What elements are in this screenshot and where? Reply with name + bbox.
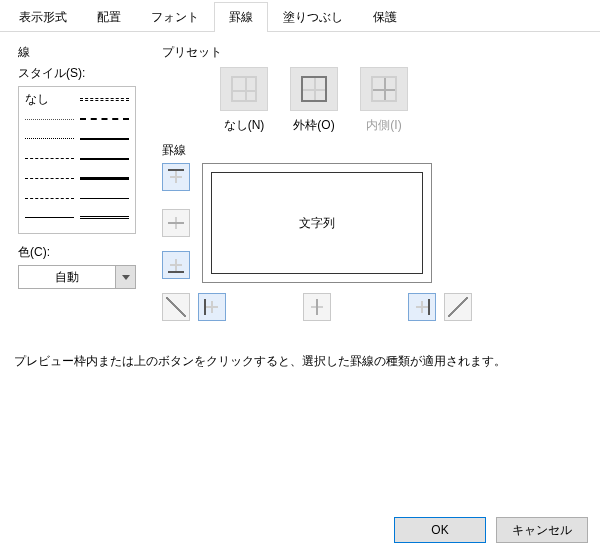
- color-value: 自動: [19, 266, 115, 288]
- border-right-icon: [414, 299, 430, 315]
- style-label: スタイル(S):: [18, 65, 148, 82]
- border-mid-v-icon: [309, 299, 325, 315]
- help-note: プレビュー枠内または上のボタンをクリックすると、選択した罫線の種類が適用されます…: [14, 353, 586, 370]
- line-style-option[interactable]: [80, 111, 129, 128]
- line-style-option[interactable]: [80, 130, 129, 147]
- line-style-picker[interactable]: なし: [18, 86, 136, 234]
- border-top-icon: [168, 169, 184, 185]
- preset-none-label: なし(N): [224, 117, 265, 134]
- ok-button[interactable]: OK: [394, 517, 486, 543]
- border-left-button[interactable]: [198, 293, 226, 321]
- line-style-none[interactable]: なし: [25, 91, 74, 108]
- border-mid-h-button[interactable]: [162, 209, 190, 237]
- line-style-option[interactable]: [80, 150, 129, 167]
- border-preview[interactable]: 文字列: [202, 163, 432, 283]
- preset-section-title: プリセット: [162, 44, 582, 61]
- line-style-option[interactable]: [25, 111, 74, 128]
- cancel-button[interactable]: キャンセル: [496, 517, 588, 543]
- line-style-option[interactable]: [25, 150, 74, 167]
- preset-inside-button[interactable]: [360, 67, 408, 111]
- preset-outline-icon: [301, 76, 327, 102]
- diagonal-down-icon: [448, 297, 468, 317]
- border-mid-h-icon: [168, 215, 184, 231]
- chevron-down-icon[interactable]: [115, 266, 135, 288]
- line-style-option[interactable]: [80, 91, 129, 108]
- line-style-option[interactable]: [80, 209, 129, 226]
- border-bottom-button[interactable]: [162, 251, 190, 279]
- border-right-button[interactable]: [408, 293, 436, 321]
- line-style-option[interactable]: [25, 209, 74, 226]
- preset-none-button[interactable]: [220, 67, 268, 111]
- border-diag-down-button[interactable]: [444, 293, 472, 321]
- tab-protection[interactable]: 保護: [358, 2, 412, 32]
- border-left-icon: [204, 299, 220, 315]
- tab-fill[interactable]: 塗りつぶし: [268, 2, 358, 32]
- border-top-button[interactable]: [162, 163, 190, 191]
- color-select[interactable]: 自動: [18, 265, 136, 289]
- preset-inside-label: 内側(I): [366, 117, 401, 134]
- border-mid-v-button[interactable]: [303, 293, 331, 321]
- tab-alignment[interactable]: 配置: [82, 2, 136, 32]
- diagonal-up-icon: [166, 297, 186, 317]
- preset-none-icon: [231, 76, 257, 102]
- tab-border[interactable]: 罫線: [214, 2, 268, 32]
- line-section-title: 線: [18, 44, 148, 61]
- line-style-option[interactable]: [25, 170, 74, 187]
- line-style-option[interactable]: [80, 170, 129, 187]
- preset-inside-icon: [371, 76, 397, 102]
- preset-outline-label: 外枠(O): [293, 117, 334, 134]
- tab-font[interactable]: フォント: [136, 2, 214, 32]
- line-style-option[interactable]: [80, 190, 129, 207]
- color-label: 色(C):: [18, 244, 148, 261]
- border-diag-up-button[interactable]: [162, 293, 190, 321]
- line-style-option[interactable]: [25, 190, 74, 207]
- border-section-title: 罫線: [162, 142, 582, 159]
- tab-display[interactable]: 表示形式: [4, 2, 82, 32]
- preview-text: 文字列: [299, 215, 335, 232]
- tab-bar: 表示形式 配置 フォント 罫線 塗りつぶし 保護: [0, 0, 600, 32]
- preset-outline-button[interactable]: [290, 67, 338, 111]
- line-style-option[interactable]: [25, 130, 74, 147]
- border-bottom-icon: [168, 257, 184, 273]
